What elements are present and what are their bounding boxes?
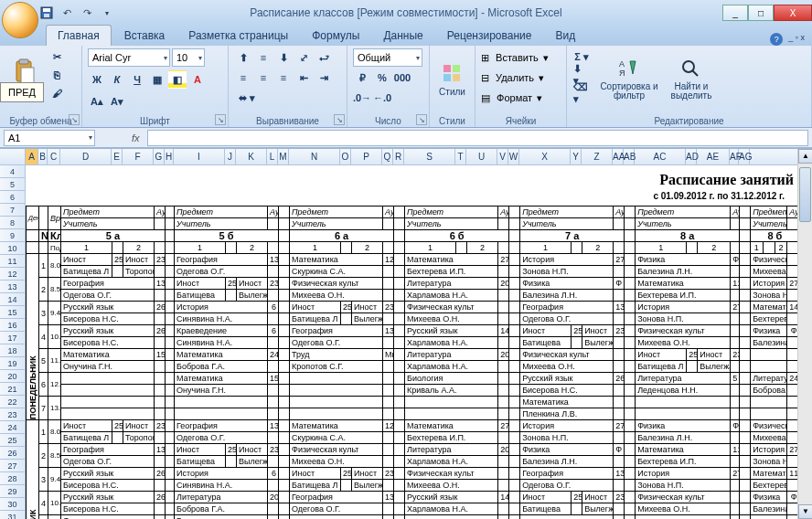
underline-button[interactable]: Ч bbox=[128, 70, 146, 89]
col-header-AD[interactable]: AD bbox=[686, 149, 697, 164]
col-header-L[interactable]: L bbox=[267, 149, 278, 164]
scroll-thumb[interactable] bbox=[799, 167, 811, 222]
col-header-Y[interactable]: Y bbox=[571, 149, 582, 164]
formula-bar[interactable] bbox=[147, 130, 808, 146]
fx-icon[interactable]: fx bbox=[132, 132, 140, 143]
align-middle-icon[interactable]: ≡ bbox=[254, 48, 272, 67]
col-header-AA[interactable]: AA bbox=[613, 149, 624, 164]
currency-icon[interactable]: ₽ bbox=[353, 69, 371, 87]
col-header-G[interactable]: G bbox=[154, 149, 165, 164]
font-launcher[interactable]: ↘ bbox=[215, 114, 226, 125]
row-header-28[interactable]: 28 bbox=[0, 472, 26, 485]
tab-data[interactable]: Данные bbox=[372, 26, 433, 46]
font-color-button[interactable]: A bbox=[188, 70, 207, 89]
row-header-5[interactable]: 5 bbox=[0, 178, 26, 191]
row-header-21[interactable]: 21 bbox=[0, 383, 26, 396]
col-header-S[interactable]: S bbox=[404, 149, 455, 164]
row-header-25[interactable]: 25 bbox=[0, 434, 26, 447]
col-header-M[interactable]: M bbox=[278, 149, 289, 164]
undo-icon[interactable]: ↶ bbox=[59, 5, 75, 21]
redo-icon[interactable]: ↷ bbox=[79, 5, 95, 21]
col-header-T[interactable]: T bbox=[455, 149, 466, 164]
row-header-18[interactable]: 18 bbox=[0, 344, 26, 357]
align-left-icon[interactable]: ≡ bbox=[234, 69, 252, 87]
col-header-Q[interactable]: Q bbox=[382, 149, 393, 164]
wrap-text-icon[interactable]: ⮐ bbox=[315, 48, 333, 67]
format-button[interactable]: ▤ Формат ▾ bbox=[481, 88, 542, 108]
col-header-H[interactable]: H bbox=[165, 149, 174, 164]
ribbon-minimize-icon[interactable]: _ ▫ x bbox=[788, 33, 805, 46]
number-launcher[interactable]: ↘ bbox=[416, 114, 427, 125]
col-header-N[interactable]: N bbox=[289, 149, 340, 164]
row-header-4[interactable]: 4 bbox=[0, 165, 26, 178]
increase-indent-icon[interactable]: ⇥ bbox=[315, 69, 333, 87]
tab-page-layout[interactable]: Разметка страницы bbox=[177, 26, 299, 46]
col-header-E[interactable]: E bbox=[112, 149, 123, 164]
row-header-9[interactable]: 9 bbox=[0, 229, 26, 242]
decrease-indent-icon[interactable]: ⇤ bbox=[294, 69, 313, 87]
col-header-AB[interactable]: AB bbox=[624, 149, 635, 164]
row-header-19[interactable]: 19 bbox=[0, 357, 26, 370]
format-painter-icon[interactable]: 🖌 bbox=[48, 84, 66, 102]
copy-icon[interactable]: ⎘ bbox=[48, 66, 66, 84]
sort-filter-button[interactable]: AЯ Сортировка и фильтр bbox=[600, 48, 658, 108]
col-header-AF[interactable]: AF bbox=[730, 149, 739, 164]
find-select-button[interactable]: Найти и выделить bbox=[662, 48, 721, 108]
col-header-D[interactable]: D bbox=[60, 149, 112, 164]
col-header-W[interactable]: W bbox=[508, 149, 519, 164]
col-header-V[interactable]: V bbox=[497, 149, 508, 164]
col-header-K[interactable]: K bbox=[236, 149, 267, 164]
row-header-11[interactable]: 11 bbox=[0, 255, 26, 268]
delete-button[interactable]: ⊟ Удалить ▾ bbox=[481, 68, 544, 88]
font-size-combo[interactable]: 10 bbox=[172, 48, 205, 67]
row-header-29[interactable]: 29 bbox=[0, 485, 26, 498]
bold-button[interactable]: Ж bbox=[88, 70, 106, 89]
row-header-10[interactable]: 10 bbox=[0, 242, 26, 255]
shrink-font-icon[interactable]: A▾ bbox=[108, 92, 126, 111]
row-header-7[interactable]: 7 bbox=[0, 204, 26, 217]
row-header-6[interactable]: 6 bbox=[0, 191, 26, 204]
border-button[interactable]: ▦ bbox=[148, 70, 166, 89]
col-header-C[interactable]: C bbox=[48, 149, 60, 164]
row-header-31[interactable]: 31 bbox=[0, 511, 26, 519]
tab-formulas[interactable]: Формулы bbox=[301, 26, 370, 46]
orientation-icon[interactable]: ⤢ bbox=[294, 48, 313, 67]
col-header-F[interactable]: F bbox=[123, 149, 154, 164]
align-right-icon[interactable]: ≡ bbox=[274, 69, 293, 87]
col-header-Z[interactable]: Z bbox=[582, 149, 613, 164]
row-header-26[interactable]: 26 bbox=[0, 447, 26, 460]
tab-insert[interactable]: Вставка bbox=[113, 26, 176, 46]
increase-decimal-icon[interactable]: .0→ bbox=[353, 89, 371, 107]
clipboard-launcher[interactable]: ↘ bbox=[69, 114, 80, 125]
row-header-27[interactable]: 27 bbox=[0, 460, 26, 472]
col-header-O[interactable]: O bbox=[340, 149, 351, 164]
row-header-14[interactable]: 14 bbox=[0, 293, 26, 306]
merge-cells-icon[interactable]: ⬌ ▾ bbox=[234, 89, 260, 107]
scroll-up-icon[interactable]: ▲ bbox=[798, 149, 812, 164]
number-format-combo[interactable]: Общий bbox=[353, 48, 422, 67]
tab-view[interactable]: Вид bbox=[544, 26, 586, 46]
clear-icon[interactable]: ⌫ ▾ bbox=[572, 84, 591, 102]
col-header-AG[interactable]: AG bbox=[739, 149, 750, 164]
col-header-P[interactable]: P bbox=[351, 149, 382, 164]
row-header-12[interactable]: 12 bbox=[0, 268, 26, 281]
decrease-decimal-icon[interactable]: ←.0 bbox=[373, 89, 391, 107]
tab-review[interactable]: Рецензирование bbox=[436, 26, 543, 46]
help-icon[interactable]: ? bbox=[770, 33, 783, 46]
col-header-X[interactable]: X bbox=[519, 149, 571, 164]
cells-area[interactable]: Расписание занятий с 01.09.2012 г. по 31… bbox=[26, 165, 812, 519]
row-header-20[interactable]: 20 bbox=[0, 370, 26, 383]
col-header-A[interactable]: A bbox=[26, 149, 38, 164]
row-header-8[interactable]: 8 bbox=[0, 217, 26, 229]
align-bottom-icon[interactable]: ⬇ bbox=[274, 48, 293, 67]
col-header-B[interactable]: B bbox=[38, 149, 48, 164]
row-header-16[interactable]: 16 bbox=[0, 319, 26, 332]
col-header-U[interactable]: U bbox=[466, 149, 497, 164]
close-button[interactable]: X bbox=[774, 5, 812, 21]
name-box[interactable]: A1 bbox=[4, 130, 95, 146]
col-header-AE[interactable]: AE bbox=[697, 149, 730, 164]
row-header-15[interactable]: 15 bbox=[0, 306, 26, 319]
vertical-scrollbar[interactable]: ▲ ▼ bbox=[797, 149, 812, 519]
tab-home[interactable]: Главная bbox=[46, 25, 112, 46]
row-header-13[interactable]: 13 bbox=[0, 281, 26, 293]
